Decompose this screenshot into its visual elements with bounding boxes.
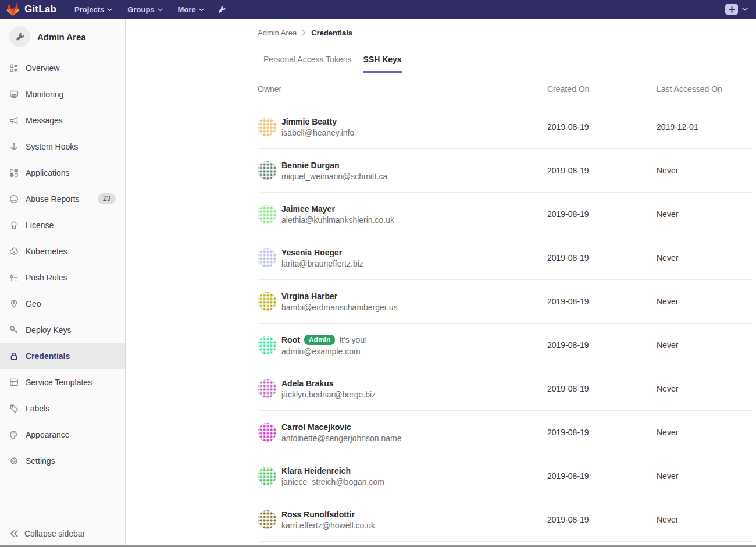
system-hooks-icon [9, 142, 19, 151]
table-header-row: Owner Created On Last Accessed On [258, 73, 752, 105]
owner-name-link[interactable]: Bennie Durgan [281, 161, 340, 170]
sidebar-item-system-hooks[interactable]: System Hooks [0, 133, 125, 159]
created-on-cell: 2019-08-19 [547, 297, 657, 306]
breadcrumb: Admin Area Credentials [258, 19, 752, 47]
gitlab-tanuki-logo-icon [6, 3, 20, 16]
table-row: Jaimee Mayer alethia@kuhlmankshlerin.co.… [258, 193, 752, 236]
new-menu-caret-icon[interactable] [742, 8, 748, 11]
sidebar-item-deploy-keys[interactable]: Deploy Keys [0, 317, 125, 343]
sidebar-item-label: Geo [26, 299, 41, 308]
top-navbar: GitLab Projects Groups More [0, 0, 756, 19]
sidebar-item-label: Abuse Reports [26, 194, 80, 204]
credentials-icon [9, 351, 19, 361]
applications-icon [9, 168, 19, 177]
sidebar-item-license[interactable]: License [0, 212, 125, 238]
sidebar-item-label: System Hooks [26, 142, 78, 151]
column-header-created-on: Created On [547, 84, 657, 94]
table-row: Virgina Harber bambi@erdmanschamberger.u… [258, 280, 752, 324]
collapse-sidebar-label: Collapse sidebar [24, 529, 85, 538]
chevron-down-icon [199, 8, 204, 12]
service-templates-icon [9, 378, 19, 387]
user-avatar [258, 379, 276, 398]
last-accessed-cell: Never [657, 340, 752, 350]
owner-name-link[interactable]: Ross Runolfsdottir [281, 510, 355, 519]
main-content: Admin Area Credentials Personal Access T… [126, 19, 756, 547]
created-on-cell: 2019-08-19 [547, 340, 657, 350]
owner-name-link[interactable]: Klara Heidenreich [281, 466, 351, 475]
sidebar-item-label: Kubernetes [26, 247, 67, 256]
sidebar-item-settings[interactable]: Settings [0, 447, 125, 474]
sidebar-item-kubernetes[interactable]: Kubernetes [0, 238, 125, 264]
double-chevron-left-icon [10, 529, 18, 538]
gitlab-brand-text: GitLab [24, 3, 56, 15]
navbar-menu-label: Groups [127, 5, 154, 14]
owner-email: janiece_streich@bogan.com [281, 477, 384, 486]
sidebar-item-overview[interactable]: Overview [0, 55, 125, 81]
kubernetes-icon [9, 247, 19, 256]
sidebar-item-label: Service Templates [26, 378, 92, 387]
table-row: Bennie Durgan miquel_weimann@schmitt.ca … [258, 149, 752, 193]
sidebar-item-label: Messages [26, 116, 63, 125]
user-avatar [258, 510, 276, 529]
sidebar-item-abuse-reports[interactable]: Abuse Reports 23 [0, 186, 125, 212]
created-on-cell: 2019-08-19 [547, 515, 657, 524]
new-menu-plus-icon[interactable] [725, 4, 738, 15]
last-accessed-cell: Never [657, 253, 752, 262]
geo-icon [9, 299, 19, 308]
navbar-menu-projects[interactable]: Projects [74, 5, 112, 14]
owner-cell: Jaimee Mayer alethia@kuhlmankshlerin.co.… [258, 204, 547, 225]
breadcrumb-credentials[interactable]: Credentials [311, 29, 352, 37]
sidebar-item-label: Labels [26, 404, 49, 413]
owner-name-link[interactable]: Jimmie Beatty [281, 117, 337, 126]
owner-email: isabell@heaney.info [281, 128, 354, 137]
sidebar-item-monitoring[interactable]: Monitoring [0, 81, 125, 107]
sidebar-item-appearance[interactable]: Appearance [0, 421, 125, 447]
gitlab-home-link[interactable]: GitLab [6, 3, 56, 16]
collapse-sidebar-button[interactable]: Collapse sidebar [0, 520, 125, 547]
owner-name-link[interactable]: Virgina Harber [281, 292, 337, 301]
owner-name-link[interactable]: Jaimee Mayer [281, 204, 335, 214]
credentials-tabs: Personal Access Tokens SSH Keys [258, 47, 752, 73]
admin-badge: Admin [304, 335, 335, 345]
abuse-reports-icon [9, 194, 19, 204]
owner-cell: Carrol Macejkovic antoinette@sengerjohns… [258, 422, 547, 443]
column-header-owner: Owner [258, 84, 547, 94]
sidebar-context-header[interactable]: Admin Area [0, 19, 125, 55]
user-avatar [258, 336, 276, 354]
sidebar-item-labels[interactable]: Labels [0, 395, 125, 421]
last-accessed-cell: Never [657, 166, 752, 175]
sidebar-item-label: Deploy Keys [26, 325, 72, 335]
sidebar-item-applications[interactable]: Applications [0, 159, 125, 186]
table-row: Ross Runolfsdottir karri.effertz@howell.… [258, 498, 752, 542]
admin-area-wrench-icon[interactable] [217, 5, 226, 14]
chevron-down-icon [107, 8, 112, 12]
owner-cell: Virgina Harber bambi@erdmanschamberger.u… [258, 292, 547, 312]
sidebar-nav: Overview Monitoring Messages System Hook… [0, 55, 125, 474]
navbar-right [725, 4, 748, 15]
navbar-menu-groups[interactable]: Groups [127, 5, 162, 14]
navbar-menu-more[interactable]: More [178, 5, 204, 14]
sidebar-item-messages[interactable]: Messages [0, 107, 125, 133]
owner-name-link[interactable]: Root [281, 335, 300, 344]
sidebar-item-credentials[interactable]: Credentials [0, 343, 125, 369]
owner-email: bambi@erdmanschamberger.us [281, 303, 397, 312]
table-row: Adela Brakus jacklyn.bednar@berge.biz 20… [258, 367, 752, 411]
sidebar-item-service-templates[interactable]: Service Templates [0, 369, 125, 395]
owner-email: miquel_weimann@schmitt.ca [281, 172, 387, 181]
owner-name-link[interactable]: Yesenia Hoeger [281, 248, 342, 257]
owner-name-link[interactable]: Carrol Macejkovic [281, 422, 351, 432]
tab-personal-access-tokens[interactable]: Personal Access Tokens [258, 48, 358, 72]
created-on-cell: 2019-08-19 [547, 384, 657, 393]
sidebar-item-geo[interactable]: Geo [0, 290, 125, 317]
owner-cell: Root Admin It's you! admin@example.com [258, 335, 547, 356]
breadcrumb-admin-area[interactable]: Admin Area [258, 29, 297, 37]
breadcrumb-chevron-icon [302, 30, 306, 36]
owner-cell: Jimmie Beatty isabell@heaney.info [258, 117, 547, 137]
abuse-reports-count-badge: 23 [98, 193, 116, 204]
owner-name-link[interactable]: Adela Brakus [281, 379, 333, 388]
sidebar-item-label: Settings [26, 456, 55, 466]
owner-email: jacklyn.bednar@berge.biz [281, 390, 376, 399]
sidebar-item-push-rules[interactable]: Push Rules [0, 264, 125, 290]
owner-email: antoinette@sengerjohnson.name [281, 434, 401, 443]
tab-ssh-keys[interactable]: SSH Keys [358, 48, 408, 72]
